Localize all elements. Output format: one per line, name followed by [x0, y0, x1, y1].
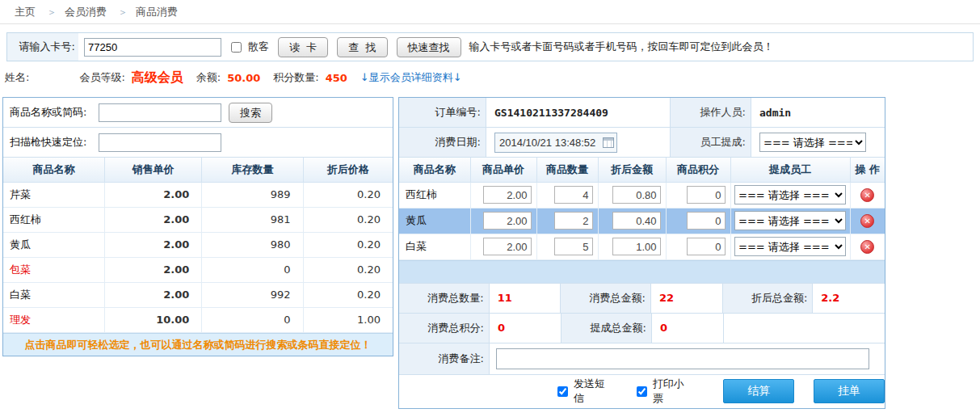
discount-price-cell: 0.20	[303, 232, 393, 257]
quick-find-button[interactable]: 快速查找	[397, 37, 461, 57]
product-name-cell[interactable]: 芹菜	[3, 182, 104, 207]
item-staff-select[interactable]: === 请选择 ===	[734, 185, 846, 204]
product-search-label: 商品名称或简码:	[3, 105, 99, 120]
total-commission-value: 0	[652, 314, 724, 343]
walkin-checkbox[interactable]	[231, 42, 242, 53]
walkin-label: 散客	[248, 40, 269, 54]
item-points-input[interactable]	[687, 238, 726, 255]
cart-table: 商品名称 商品单价 商品数量 折后金额 商品积分 提成员工 操 作 西红柿 ==…	[399, 158, 885, 260]
product-row[interactable]: 黄瓜 2.00 980 0.20	[3, 232, 393, 257]
product-name-cell[interactable]: 包菜	[3, 257, 104, 282]
send-sms-checkbox[interactable]	[557, 386, 568, 397]
product-panel: 商品名称或简码: 搜索 扫描枪快速定位: 商品名称 销售单价 库存数量 折后价格…	[2, 97, 393, 356]
product-row[interactable]: 白菜 2.00 992 0.20	[3, 282, 393, 307]
item-amount-input[interactable]	[612, 186, 661, 204]
read-card-button[interactable]: 读 卡	[278, 37, 328, 57]
consume-date-input[interactable]	[494, 133, 617, 153]
item-amount-input[interactable]	[612, 212, 661, 230]
total-points-label: 消费总积分:	[399, 314, 490, 343]
totals-row-1: 消费总数量: 11 消费总金额: 22 折后总金额: 2.2	[399, 283, 885, 313]
operator-value: admin	[751, 98, 885, 127]
remark-input[interactable]	[496, 348, 869, 369]
product-row[interactable]: 芹菜 2.00 989 0.20	[3, 182, 393, 207]
cart-table-header: 商品名称 商品单价 商品数量 折后金额 商品积分 提成员工 操 作	[399, 158, 885, 182]
stock-cell: 989	[202, 182, 303, 207]
item-staff-select[interactable]: === 请选择 ===	[734, 211, 846, 230]
breadcrumb-item-home[interactable]: 主页	[15, 6, 36, 18]
col-item-actions: 操 作	[850, 158, 885, 182]
stock-cell: 981	[202, 207, 303, 232]
scan-locate-input[interactable]	[99, 133, 221, 152]
points-label: 积分数量:	[273, 70, 318, 85]
breadcrumb: 主页＞会员消费＞商品消费	[0, 0, 980, 24]
product-search-row: 商品名称或简码: 搜索	[3, 98, 393, 128]
breadcrumb-separator-icon: ＞	[118, 6, 128, 18]
item-qty-input[interactable]	[554, 186, 593, 204]
total-amount-value: 22	[651, 284, 723, 313]
stock-cell: 0	[202, 257, 303, 282]
cart-spacer-band	[399, 260, 885, 283]
product-name-cell[interactable]: 白菜	[3, 282, 104, 307]
staff-commission-select[interactable]: === 请选择 ===	[759, 133, 866, 152]
sale-price-cell: 10.00	[104, 307, 202, 332]
cart-row: 白菜 === 请选择 === ✕	[399, 234, 885, 259]
item-qty-input[interactable]	[554, 238, 593, 255]
remark-row: 消费备注:	[399, 343, 885, 374]
product-row[interactable]: 包菜 2.00 0 0.20	[3, 257, 393, 282]
col-sale-price: 销售单价	[104, 158, 202, 182]
product-table-header: 商品名称 销售单价 库存数量 折后价格	[3, 158, 393, 182]
action-bar: 发送短信 打印小票 结算 挂单	[399, 374, 885, 408]
breadcrumb-item-member-consume[interactable]: 会员消费	[65, 6, 107, 18]
product-row[interactable]: 理发 10.00 0 1.00	[3, 307, 393, 332]
product-row[interactable]: 西红柿 2.00 981 0.20	[3, 207, 393, 232]
sale-price-cell: 2.00	[104, 207, 202, 232]
delete-item-icon[interactable]: ✕	[860, 240, 874, 254]
item-price-input[interactable]	[483, 238, 532, 255]
discount-price-cell: 0.20	[303, 207, 393, 232]
hold-order-button[interactable]: 挂单	[814, 379, 885, 403]
member-detail-link[interactable]: ↓显示会员详细资料↓	[360, 70, 462, 85]
member-info-bar: 姓名: 会员等级: 高级会员 余额: 50.00 积分数量: 450 ↓显示会员…	[0, 61, 980, 94]
discount-price-cell: 0.20	[303, 257, 393, 282]
print-receipt-label: 打印小票	[653, 377, 695, 406]
product-name-cell[interactable]: 黄瓜	[3, 232, 104, 257]
item-staff-select[interactable]: === 请选择 ===	[734, 237, 846, 256]
order-no-label: 订单编号:	[399, 98, 486, 127]
col-item-name: 商品名称	[399, 158, 470, 182]
product-panel-note: 点击商品即可轻松选定，也可以通过名称或简码进行搜索或条码直接定位！	[3, 333, 393, 356]
send-sms-label: 发送短信	[574, 377, 616, 406]
delete-item-icon[interactable]: ✕	[860, 214, 874, 228]
item-points-input[interactable]	[687, 212, 726, 230]
card-number-input[interactable]	[84, 38, 221, 57]
find-button[interactable]: 查 找	[337, 37, 387, 57]
member-level-label: 会员等级:	[79, 70, 124, 85]
member-name-label: 姓名:	[5, 70, 29, 85]
staff-commission-label: 员工提成:	[671, 128, 751, 157]
col-item-points: 商品积分	[666, 158, 730, 182]
calendar-icon[interactable]	[603, 137, 614, 148]
breadcrumb-separator-icon: ＞	[47, 6, 57, 18]
item-points-input[interactable]	[687, 186, 726, 204]
sale-price-cell: 2.00	[104, 282, 202, 307]
settle-button[interactable]: 结算	[723, 379, 794, 403]
operator-label: 操作人员:	[671, 98, 751, 127]
totals-row-2: 消费总积分: 0 提成总金额: 0	[399, 313, 885, 343]
order-info-row-1: 订单编号: GS1410211337284409 操作人员: admin	[399, 98, 885, 128]
product-name-cell[interactable]: 西红柿	[3, 207, 104, 232]
print-receipt-checkbox[interactable]	[637, 386, 647, 397]
discount-price-cell: 0.20	[303, 182, 393, 207]
item-qty-input[interactable]	[554, 212, 593, 230]
product-table: 商品名称 销售单价 库存数量 折后价格 芹菜 2.00 989 0.20 西红柿…	[3, 158, 393, 333]
product-search-input[interactable]	[99, 103, 221, 122]
product-search-button[interactable]: 搜索	[229, 103, 272, 123]
total-points-value: 0	[490, 314, 562, 343]
item-price-input[interactable]	[483, 212, 532, 230]
item-amount-input[interactable]	[612, 238, 661, 255]
delete-item-icon[interactable]: ✕	[860, 188, 874, 202]
item-price-input[interactable]	[483, 186, 532, 204]
col-product-name: 商品名称	[3, 158, 104, 182]
sale-price-cell: 2.00	[104, 257, 202, 282]
cart-row-selected: 黄瓜 === 请选择 === ✕	[399, 208, 885, 234]
total-amount-label: 消费总金额:	[561, 284, 651, 313]
product-name-cell[interactable]: 理发	[3, 307, 104, 332]
